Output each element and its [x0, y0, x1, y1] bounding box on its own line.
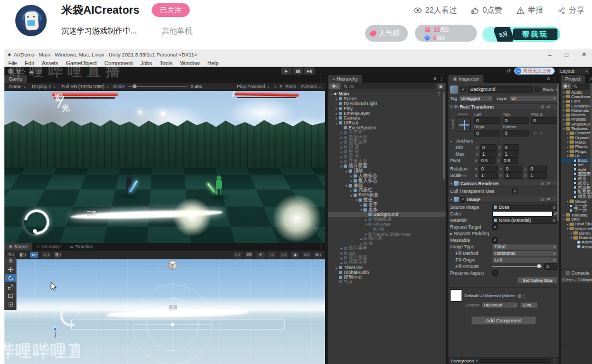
- window-titlebar[interactable]: ◆ ArtDemo - Main - Windows, Mac, Linux -…: [4, 49, 592, 60]
- hierarchy-item-EventSystem[interactable]: EventSystem: [328, 126, 446, 130]
- foldout-arrow-icon[interactable]: ▸: [562, 213, 566, 217]
- gizmo-center-handle[interactable]: [171, 323, 174, 326]
- foldout-arrow-icon[interactable]: ▸: [339, 246, 344, 250]
- slider-value-field[interactable]: 1: [544, 263, 557, 270]
- game-toolbar-dropdown-gizmos[interactable]: Gizmos▾: [299, 83, 322, 90]
- foldout-arrow-icon[interactable]: ▾: [562, 218, 566, 221]
- undo-history-icon[interactable]: ↺: [506, 68, 511, 74]
- hierarchy-item-主界面[interactable]: ▸主界面: [328, 130, 446, 135]
- add-component-button[interactable]: Add Component: [471, 316, 536, 325]
- tool-settings-dropdown[interactable]: 〰▾: [41, 252, 51, 258]
- foldout-arrow-icon[interactable]: ▸: [339, 261, 344, 265]
- blueprint-mode-button[interactable]: [532, 130, 537, 135]
- image-fill-origin-dropdown[interactable]: Left▾: [492, 257, 557, 263]
- close-button[interactable]: ✕: [582, 51, 587, 58]
- foldout-arrow-icon[interactable]: ▾: [364, 222, 368, 226]
- active-checkbox[interactable]: ✓: [460, 87, 466, 92]
- hierarchy-item-敌人状态[interactable]: ▸敌人状态: [328, 178, 446, 183]
- help-icon[interactable]: ◎: [540, 181, 544, 186]
- pivot-x[interactable]: 0.5: [479, 157, 496, 164]
- foldout-arrow-icon[interactable]: ▸: [570, 231, 573, 235]
- console-log-area[interactable]: [561, 283, 592, 364]
- project-item-Boss[interactable]: Boss: [561, 158, 592, 162]
- foldout-arrow-icon[interactable]: ▾: [344, 169, 349, 173]
- collapse-button[interactable]: Collapse: [578, 277, 592, 282]
- foldout-arrow-icon[interactable]: ▸: [562, 104, 566, 107]
- hierarchy-item-名字[interactable]: ▸名字: [328, 202, 446, 207]
- foldout-arrow-icon[interactable]: ▸: [334, 97, 339, 101]
- lighting-toggle[interactable]: ☀: [256, 252, 265, 258]
- cull-checkbox[interactable]: ✓: [512, 189, 517, 194]
- hierarchy-item-Fill Area[interactable]: ▾Fill Area: [328, 222, 446, 227]
- rect-tool[interactable]: [5, 292, 16, 300]
- foldout-arrow-icon[interactable]: ▸: [566, 223, 570, 226]
- image-source-image-field[interactable]: Boss⊙: [492, 204, 557, 211]
- chevron-down-icon[interactable]: ▾: [476, 359, 478, 362]
- menu-edit[interactable]: Edit: [25, 60, 34, 66]
- hierarchy-item-数值[interactable]: ▾数值: [328, 198, 446, 203]
- tab-project[interactable]: Project: [561, 75, 585, 83]
- hierarchy-item-盾[interactable]: ▸盾: [328, 241, 446, 246]
- stream-category[interactable]: 其他单机: [162, 26, 192, 36]
- scale-y[interactable]: 1: [504, 172, 522, 179]
- tab-inspector[interactable]: ◉ Inspector: [448, 75, 483, 83]
- foldout-arrow-icon[interactable]: ▸: [339, 155, 344, 158]
- edit-shader-button[interactable]: Edit...: [520, 302, 538, 308]
- panel-menu-icon[interactable]: ⋮: [318, 243, 323, 249]
- rect-bottom-field[interactable]: 0: [503, 130, 529, 136]
- rect-top-field[interactable]: 0: [503, 117, 529, 124]
- foldout-arrow-icon[interactable]: ▸: [562, 122, 566, 126]
- hierarchy-item-战斗菜单[interactable]: ▸战斗菜单: [328, 246, 446, 251]
- foldout-arrow-icon[interactable]: ▸: [566, 132, 570, 135]
- menu-component[interactable]: Component: [105, 60, 133, 66]
- foldout-arrow-icon[interactable]: ▸: [339, 251, 344, 255]
- foldout-arrow-icon[interactable]: ▾: [334, 121, 339, 125]
- image-color-field[interactable]: ✐: [492, 211, 557, 217]
- foldout-arrow-icon[interactable]: ▸: [364, 232, 368, 236]
- pause-button[interactable]: ▮▮: [293, 67, 303, 75]
- image-enabled-checkbox[interactable]: ✓: [460, 197, 465, 202]
- audio-toggle[interactable]: ♪: [267, 252, 277, 258]
- 2d-toggle[interactable]: 2D: [244, 252, 254, 258]
- play-button[interactable]: ▶: [281, 67, 292, 75]
- image-raycast-target-checkbox[interactable]: ✓: [492, 224, 498, 230]
- presets-icon[interactable]: ⇄: [547, 181, 550, 186]
- foldout-arrow-icon[interactable]: ▸: [339, 160, 344, 163]
- account-menu[interactable]: M: [16, 69, 21, 74]
- create-asset-button[interactable]: ✚▾: [562, 83, 571, 89]
- image-maskable-checkbox[interactable]: ✓: [492, 237, 498, 243]
- hierarchy-item-Test[interactable]: Test: [328, 280, 446, 285]
- hierarchy-item-武器栏[interactable]: ▸武器栏: [328, 188, 446, 193]
- stat-eye[interactable]: 22人看过: [413, 5, 457, 15]
- layer-dropdown[interactable]: UI▾: [509, 95, 557, 101]
- canvas-renderer-header[interactable]: ▾ Canvas Renderer ◎⇄⋮: [448, 180, 559, 187]
- foldout-arrow-icon[interactable]: ▸: [339, 150, 344, 153]
- rotation-x[interactable]: 0: [479, 166, 498, 172]
- hand-tool[interactable]: [5, 257, 16, 265]
- help-icon[interactable]: ◎: [540, 197, 544, 202]
- hierarchy-scrollbar[interactable]: [443, 92, 445, 180]
- foldout-arrow-icon[interactable]: ▸: [566, 200, 570, 203]
- foldout-arrow-icon[interactable]: ▸: [566, 136, 570, 139]
- popularity-badge[interactable]: 人气榜: [365, 25, 408, 42]
- scale-tool[interactable]: [5, 283, 16, 292]
- foldout-arrow-icon[interactable]: ▸: [339, 140, 344, 144]
- foldout-arrow-icon[interactable]: ▸: [566, 140, 570, 144]
- component-menu-icon[interactable]: ⋮: [553, 197, 557, 202]
- rect-left-field[interactable]: 0: [474, 117, 500, 124]
- hierarchy-item-战斗界面[interactable]: ▾战斗界面: [328, 164, 446, 169]
- vsync-icon[interactable]: #: [280, 84, 282, 89]
- tab-console[interactable]: ▤ Console: [561, 269, 592, 277]
- maximize-button[interactable]: □: [565, 52, 568, 58]
- rotate-tool[interactable]: [5, 274, 16, 283]
- image-fill-method-dropdown[interactable]: Horizontal▾: [492, 251, 557, 257]
- game-toolbar-dropdown-play-focused[interactable]: Play Focused▾: [235, 83, 271, 90]
- asset-bundle-field[interactable]: [480, 359, 550, 363]
- panel-menu-icon[interactable]: ⋮: [439, 76, 444, 81]
- hierarchy-item-精力条[interactable]: ▸精力条: [328, 236, 446, 241]
- foldout-arrow-icon[interactable]: ▸: [334, 116, 339, 120]
- menu-jobs[interactable]: Jobs: [140, 60, 152, 66]
- game-view-content[interactable]: 影 光 三郎: [4, 91, 325, 243]
- component-menu-icon[interactable]: ⋮: [522, 293, 527, 298]
- tab-animator[interactable]: ▷Animator: [32, 243, 65, 251]
